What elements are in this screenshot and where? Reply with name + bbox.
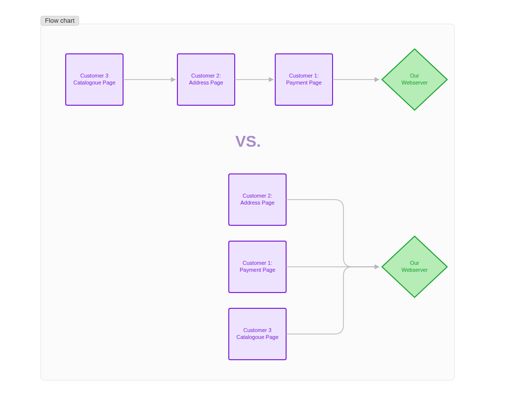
node-label-line2: Payment Page [286, 80, 322, 85]
node-bottom-server: Our Webserver [382, 236, 447, 297]
node-label-line1: Customer 2: [243, 193, 272, 199]
svg-text:Payment Page: Payment Page [240, 267, 275, 273]
node-label-line1: Our [410, 260, 420, 266]
svg-text:Customer 1:: Customer 1: [289, 73, 319, 79]
svg-text:Our: Our [410, 73, 420, 79]
svg-text:Customer 3: Customer 3 [244, 327, 272, 333]
svg-text:Address Page: Address Page [240, 200, 274, 206]
node-bottom-customer3: Customer 3 Catalogoue Page [229, 308, 286, 360]
node-label-line1: Our [410, 73, 420, 79]
node-top-server: Our Webserver [382, 49, 447, 110]
diagram-panel: Customer 3 Catalogoue Page Customer 2: A… [41, 24, 455, 380]
node-top-customer1: Customer 1: Payment Page [275, 54, 333, 105]
svg-text:Customer 1:: Customer 1: [243, 260, 272, 266]
node-label-line1: Customer 1: [289, 73, 319, 79]
node-label-line1: Customer 2: [191, 73, 221, 79]
node-label-line1: Customer 3 [244, 327, 272, 333]
flowchart-canvas: Customer 3 Catalogoue Page Customer 2: A… [41, 24, 455, 381]
node-label-line2: Webserver [402, 267, 428, 273]
node-bottom-customer2: Customer 2: Address Page [229, 174, 286, 225]
svg-text:Webserver: Webserver [402, 267, 428, 273]
panel-badge: Flow chart [41, 16, 79, 26]
edge-bottom-a [286, 200, 379, 267]
node-bottom-customer1: Customer 1: Payment Page [229, 241, 286, 293]
node-label-line2: Address Page [189, 80, 223, 85]
svg-text:Address Page: Address Page [189, 80, 223, 85]
node-label-line1: Customer 3 [81, 73, 109, 79]
node-label-line2: Webserver [402, 80, 428, 85]
svg-text:Customer 2:: Customer 2: [191, 73, 221, 79]
node-label-line2: Address Page [240, 200, 274, 206]
node-top-customer2: Customer 2: Address Page [177, 54, 235, 105]
node-label-line2: Catalogoue Page [73, 80, 115, 85]
svg-text:Catalogoue Page: Catalogoue Page [73, 80, 115, 85]
node-top-customer3: Customer 3 Catalogoue Page [66, 54, 123, 105]
svg-text:Our: Our [410, 260, 420, 266]
svg-text:Customer 2:: Customer 2: [243, 193, 272, 199]
svg-text:Catalogoue Page: Catalogoue Page [236, 334, 278, 340]
edge-bottom-c [286, 267, 379, 334]
svg-text:Customer 3: Customer 3 [81, 73, 109, 79]
node-label-line2: Payment Page [240, 267, 275, 273]
svg-text:Payment Page: Payment Page [286, 80, 322, 85]
vs-label: VS. [235, 132, 261, 150]
svg-text:Webserver: Webserver [402, 80, 428, 85]
node-label-line2: Catalogoue Page [236, 334, 278, 340]
node-label-line1: Customer 1: [243, 260, 272, 266]
